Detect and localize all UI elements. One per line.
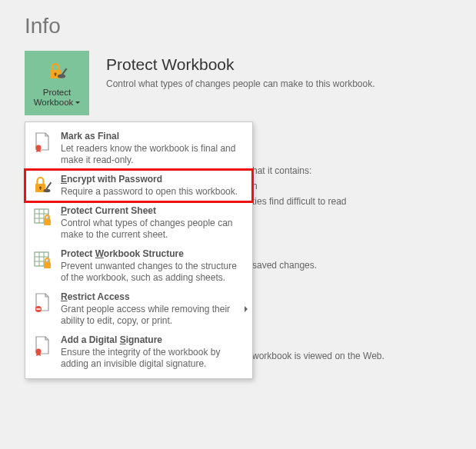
menu-item-title: Protect Current Sheet: [61, 205, 245, 217]
menu-item-desc: Let readers know the workbook is final a…: [61, 143, 245, 166]
protect-workbook-menu: Mark as Final Let readers know the workb…: [25, 121, 253, 379]
background-text: workbook is viewed on the Web.: [252, 351, 384, 361]
menu-item-title: Encrypt with Password: [61, 174, 245, 185]
menu-item-mark-as-final[interactable]: Mark as Final Let readers know the workb…: [25, 127, 252, 170]
svg-rect-2: [55, 74, 55, 76]
menu-item-desc: Control what types of changes people can…: [61, 218, 245, 241]
menu-item-desc: Grant people access while removing their…: [61, 304, 245, 327]
menu-item-restrict-access[interactable]: Restrict Access Grant people access whil…: [25, 288, 252, 331]
lock-shield-icon: [45, 58, 68, 85]
menu-item-title: Add a Digital Signature: [61, 334, 245, 346]
workbook-lock-icon: [32, 248, 53, 271]
svg-rect-10: [45, 182, 52, 190]
svg-rect-8: [40, 188, 41, 190]
svg-rect-16: [44, 219, 51, 225]
menu-item-add-digital-signature[interactable]: Add a Digital Signature Ensure the integ…: [25, 331, 252, 374]
background-text: ties find difficult to read: [252, 196, 347, 207]
document-signature-icon: [32, 334, 53, 358]
chevron-down-icon: [75, 101, 80, 104]
menu-item-protect-workbook-structure[interactable]: Protect Workbook Structure Prevent unwan…: [25, 244, 252, 288]
page-title: Info: [0, 0, 476, 51]
section-heading: Protect Workbook: [106, 55, 375, 74]
document-restrict-icon: [32, 291, 53, 314]
menu-item-desc: Ensure the integrity of the workbook by …: [61, 347, 245, 370]
sheet-lock-icon: [32, 205, 53, 228]
background-text: hat it contains:: [252, 165, 311, 176]
lock-key-icon: [32, 174, 53, 197]
menu-item-title: Restrict Access: [61, 291, 245, 303]
menu-item-title: Mark as Final: [61, 131, 245, 142]
background-text: saved changes.: [252, 260, 317, 271]
svg-rect-22: [44, 262, 51, 268]
protect-workbook-button[interactable]: Protect Workbook: [25, 51, 89, 115]
background-text: h: [252, 181, 258, 191]
menu-item-desc: Prevent unwanted changes to the structur…: [61, 261, 245, 284]
menu-item-title: Protect Workbook Structure: [61, 248, 245, 260]
menu-item-encrypt-with-password[interactable]: Encrypt with Password Require a password…: [25, 170, 252, 201]
document-ribbon-icon: [32, 131, 53, 154]
protect-workbook-label: Protect Workbook: [31, 88, 84, 108]
menu-item-protect-current-sheet[interactable]: Protect Current Sheet Control what types…: [25, 201, 252, 244]
menu-item-desc: Require a password to open this workbook…: [61, 186, 245, 198]
svg-rect-24: [36, 308, 41, 310]
section-description: Control what types of changes people can…: [106, 78, 375, 89]
submenu-arrow-icon: [245, 306, 248, 312]
